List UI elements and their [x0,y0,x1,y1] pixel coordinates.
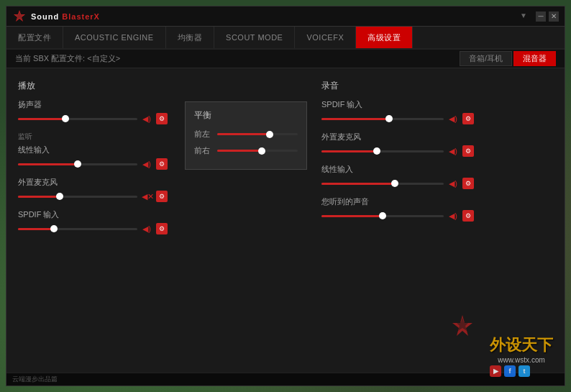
rec-spdif-controls: ◀) ⚙ [321,113,474,124]
rec-spdif-gear-button[interactable]: ⚙ [462,113,474,124]
ext-mic-channel: 外置麦克风 ◀✕ ⚙ [18,177,168,202]
tab-advanced[interactable]: 高级设置 [356,27,413,48]
rec-what-hear-label: 您听到的声音 [321,196,474,207]
front-left-slider[interactable] [217,133,298,135]
speaker-gear-button[interactable]: ⚙ [156,113,168,124]
tab-equalizer[interactable]: 均衡器 [166,27,215,48]
front-right-label: 前右 [194,145,211,156]
watermark-url-text: www.wstx.com [490,356,553,364]
rec-spdif-label: SPDIF 输入 [321,99,474,110]
line-in-label: 线性输入 [18,145,168,155]
playback-section: 播放 扬声器 ◀) ⚙ 监听 线性输入 [18,80,176,361]
ext-mic-slider[interactable] [18,196,137,198]
close-button[interactable]: ✕ [549,12,559,22]
rec-spdif-vol-icon[interactable]: ◀) [448,114,458,124]
rec-what-hear-controls: ◀) ⚙ [321,210,474,222]
minimize-button[interactable]: ─ [536,12,546,22]
watermark-icon-fb: f [504,365,516,377]
playback-title: 播放 [18,80,168,92]
monitor-label: 监听 [18,132,168,142]
rec-line-in-slider[interactable] [321,183,444,185]
watermark-icon-tw: t [519,365,530,377]
rec-what-hear-gear-button[interactable]: ⚙ [462,210,474,222]
title-bar: Sound BlasterX ▼ ─ ✕ [6,6,565,27]
line-in-gear-button[interactable]: ⚙ [156,158,168,170]
balance-popup: 平衡 前左 前右 [185,101,307,170]
rec-line-in-controls: ◀) ⚙ [321,178,474,189]
rec-what-hear-slider[interactable] [321,215,444,217]
nav-tabs: 配置文件 ACOUSTIC ENGINE 均衡器 SCOUT MODE VOIC… [6,27,565,50]
sub-header: 当前 SBX 配置文件: <自定义> 音箱/耳机 混音器 [6,50,565,68]
spdif-play-slider[interactable] [18,228,137,230]
spdif-play-controls: ◀) ⚙ [18,223,168,234]
speaker-vol-icon[interactable]: ◀) [142,114,152,124]
spdif-play-channel: SPDIF 输入 ◀) ⚙ [18,209,168,234]
watermark: 外设天下 www.wstx.com ▶ f t [490,334,553,377]
rec-ext-mic-label: 外置麦克风 [321,132,474,142]
rec-spdif-slider[interactable] [321,118,444,120]
dropdown-arrow-icon[interactable]: ▼ [520,12,527,22]
speaker-channel: 扬声器 ◀) ⚙ [18,99,168,124]
ext-mic-controls: ◀✕ ⚙ [18,191,168,202]
front-right-slider[interactable] [217,150,298,152]
sub-tab-speakers[interactable]: 音箱/耳机 [460,51,512,66]
rec-ext-mic-channel: 外置麦克风 ◀) ⚙ [321,132,474,157]
tab-acoustic[interactable]: ACOUSTIC ENGINE [63,27,166,48]
ext-mic-label: 外置麦克风 [18,177,168,188]
watermark-social-icons: ▶ f t [490,365,553,377]
line-in-slider[interactable] [18,163,137,165]
watermark-star-icon [449,314,475,339]
logo-text: Sound BlasterX [31,12,100,21]
rec-ext-mic-controls: ◀) ⚙ [321,145,474,157]
status-bar: 云端漫步出品篇 [6,373,565,386]
tab-profile[interactable]: 配置文件 [6,27,63,48]
title-bar-controls: ▼ ─ ✕ [520,12,559,22]
rec-line-in-gear-button[interactable]: ⚙ [462,178,474,189]
spdif-play-label: SPDIF 输入 [18,209,168,220]
status-text: 云端漫步出品篇 [12,375,58,384]
rec-line-in-label: 线性输入 [321,164,474,175]
watermark-icon-red: ▶ [490,365,501,377]
ext-mic-vol-icon[interactable]: ◀✕ [142,192,152,201]
spdif-play-gear-button[interactable]: ⚙ [156,223,168,234]
logo-erx-text: BlasterX [62,12,100,21]
watermark-cn-text: 外设天下 [490,334,553,356]
rec-ext-mic-slider[interactable] [321,150,444,152]
rec-ext-mic-gear-button[interactable]: ⚙ [462,145,474,157]
rec-ext-mic-vol-icon[interactable]: ◀) [448,147,458,156]
sub-tabs: 音箱/耳机 混音器 [460,51,556,66]
logo-icon [12,9,27,24]
sub-tab-mixer[interactable]: 混音器 [513,51,556,66]
speaker-controls: ◀) ⚙ [18,113,168,124]
ext-mic-gear-button[interactable]: ⚙ [156,191,168,202]
tab-voicefx[interactable]: VOICEFX [295,27,356,48]
front-right-row: 前右 [194,145,298,156]
front-left-label: 前左 [194,129,211,140]
app-window: Sound BlasterX ▼ ─ ✕ 配置文件 ACOUSTIC ENGIN… [6,6,565,386]
speaker-label: 扬声器 [18,99,168,110]
title-bar-left: Sound BlasterX [12,9,100,24]
line-in-controls: ◀) ⚙ [18,158,168,170]
svg-marker-1 [15,12,24,20]
front-left-row: 前左 [194,129,298,140]
spdif-play-vol-icon[interactable]: ◀) [142,224,152,234]
rec-line-in-vol-icon[interactable]: ◀) [448,179,458,188]
balance-title: 平衡 [194,109,298,122]
main-content: 播放 扬声器 ◀) ⚙ 监听 线性输入 [6,68,565,373]
rec-what-hear-vol-icon[interactable]: ◀) [448,211,458,221]
line-in-vol-icon[interactable]: ◀) [142,160,152,169]
rec-spdif-channel: SPDIF 输入 ◀) ⚙ [321,99,474,124]
rec-line-in-channel: 线性输入 ◀) ⚙ [321,164,474,189]
recording-title: 录音 [321,80,474,92]
rec-what-hear-channel: 您听到的声音 ◀) ⚙ [321,196,474,222]
profile-label: 当前 SBX 配置文件: <自定义> [15,53,120,64]
speaker-slider[interactable] [18,118,137,120]
tab-scout[interactable]: SCOUT MODE [214,27,295,48]
line-in-channel: 线性输入 ◀) ⚙ [18,145,168,170]
logo-blast-text: Sound [31,12,62,21]
watermark-content: 外设天下 www.wstx.com ▶ f t [490,334,553,377]
